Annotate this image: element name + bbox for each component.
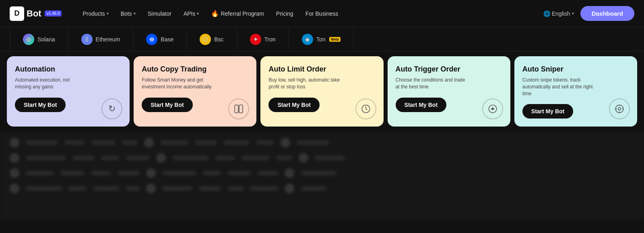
bsc-icon: ⬡ <box>200 34 211 45</box>
card-trigger-title: Auto Trigger Order <box>396 65 502 74</box>
card-sniper-title: Auto Sniper <box>522 65 629 74</box>
card-sniper-desc: Custom snipe tokens, track automatically… <box>522 77 595 97</box>
fire-icon: 🔥 <box>211 10 219 17</box>
main-nav: Products ▾ Bots ▾ Simulator APIs ▾ 🔥 Ref… <box>78 7 543 20</box>
chevron-down-icon: ▾ <box>134 11 136 16</box>
logo-text: Bot <box>27 8 41 19</box>
card-copy-trading: Auto Copy Trading Follow Smart Money and… <box>134 56 256 127</box>
card-copy-title: Auto Copy Trading <box>142 65 248 74</box>
globe-icon: 🌐 <box>543 10 550 17</box>
nav-referral[interactable]: 🔥 Referral Program <box>206 7 268 20</box>
nav-products[interactable]: Products ▾ <box>78 8 113 19</box>
chevron-down-icon: ▾ <box>107 11 109 16</box>
limit-order-icon <box>355 98 376 119</box>
card-limit-order: Auto Limit Order Buy low, sell high, aut… <box>260 56 383 127</box>
blurred-data-section <box>0 131 644 220</box>
copy-trading-start-button[interactable]: Start My Bot <box>142 98 192 112</box>
nav-apis[interactable]: APIs ▾ <box>179 8 204 19</box>
card-copy-desc: Follow Smart Money and get investment in… <box>142 77 214 90</box>
trigger-order-start-button[interactable]: Start My Bot <box>396 98 446 112</box>
card-trigger-desc: Choose the conditions and trade at the b… <box>396 77 468 90</box>
automation-start-button[interactable]: Start My Bot <box>15 98 66 112</box>
version-badge: v1.46.0 <box>45 10 62 16</box>
svg-rect-0 <box>235 105 239 113</box>
logo-icon: D <box>10 6 24 21</box>
chain-solana[interactable]: ◎ Solana <box>10 27 68 51</box>
card-automation-title: Automation <box>15 65 122 74</box>
language-label: English <box>552 10 570 17</box>
beta-badge: Beta <box>329 37 341 42</box>
chain-bar: ◎ Solana Ξ Ethereum ⊖ Base ⬡ Bsc ✦ Tron … <box>0 27 644 51</box>
base-label: Base <box>161 36 173 43</box>
dashboard-button[interactable]: Dashboard <box>580 6 634 21</box>
chevron-down-icon: ▾ <box>197 11 199 16</box>
chevron-down-icon: ▾ <box>572 11 574 16</box>
tron-label: Tron <box>264 36 276 43</box>
header-right: 🌐 English ▾ Dashboard <box>543 6 634 21</box>
nav-for-business[interactable]: For Business <box>301 8 343 19</box>
header: D Bot v1.46.0 Products ▾ Bots ▾ Simulato… <box>0 0 644 27</box>
card-automation-desc: Automated execution, not missing any gai… <box>15 77 87 90</box>
nav-bots[interactable]: Bots ▾ <box>116 8 140 19</box>
language-selector[interactable]: 🌐 English ▾ <box>543 10 574 17</box>
limit-order-start-button[interactable]: Start My Bot <box>268 98 319 112</box>
trigger-order-icon <box>482 98 503 119</box>
card-limit-desc: Buy low, sell high, automatic take profi… <box>268 77 341 90</box>
chain-tron[interactable]: ✦ Tron <box>237 27 289 51</box>
svg-point-6 <box>618 108 621 110</box>
nav-simulator[interactable]: Simulator <box>143 8 176 19</box>
tron-icon: ✦ <box>250 34 261 45</box>
svg-rect-1 <box>239 105 243 113</box>
ethereum-icon: Ξ <box>81 34 93 45</box>
card-limit-title: Auto Limit Order <box>268 65 375 74</box>
automation-icon: ↻ <box>101 98 122 119</box>
sniper-start-button[interactable]: Start My Bot <box>522 104 573 119</box>
copy-trading-icon <box>228 98 249 119</box>
card-sniper: Auto Sniper Custom snipe tokens, track a… <box>514 56 637 127</box>
nav-pricing[interactable]: Pricing <box>271 8 298 19</box>
chain-ethereum[interactable]: Ξ Ethereum <box>68 27 134 51</box>
solana-label: Solana <box>37 36 55 43</box>
cards-section: Automation Automated execution, not miss… <box>0 51 644 131</box>
base-icon: ⊖ <box>146 34 157 45</box>
solana-icon: ◎ <box>23 34 34 45</box>
ethereum-label: Ethereum <box>96 36 120 43</box>
chain-bsc[interactable]: ⬡ Bsc <box>187 27 237 51</box>
card-trigger-order: Auto Trigger Order Choose the conditions… <box>388 56 510 127</box>
logo-area: D Bot v1.46.0 <box>10 6 62 21</box>
chain-base[interactable]: ⊖ Base <box>133 27 187 51</box>
chain-ton[interactable]: ◈ Ton Beta <box>289 27 354 51</box>
card-automation: Automation Automated execution, not miss… <box>7 56 130 127</box>
bsc-label: Bsc <box>214 36 223 43</box>
ton-icon: ◈ <box>302 34 313 45</box>
ton-label: Ton <box>316 36 326 43</box>
